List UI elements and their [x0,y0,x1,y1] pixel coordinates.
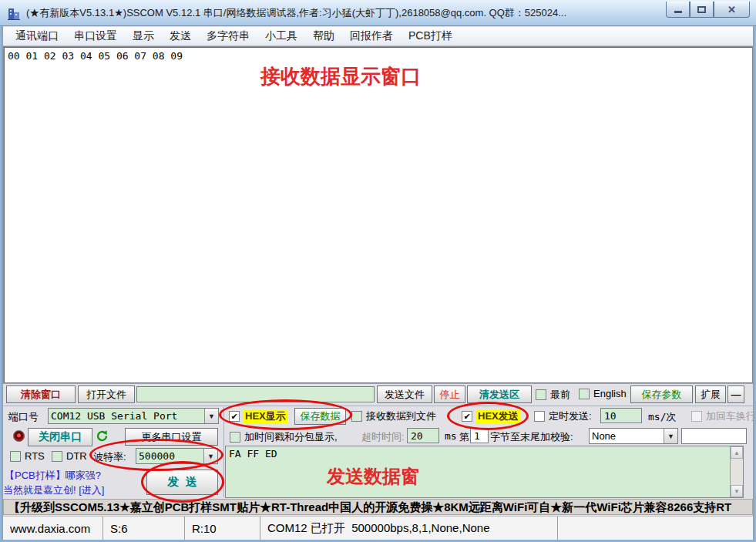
topmost-checkbox[interactable]: 最前 [536,388,570,402]
timeout-input[interactable]: 20 [407,428,439,443]
status-received-count: R:10 [185,517,260,540]
status-bar: www.daxia.com S:6 R:10 COM12 已打开 500000b… [3,516,753,540]
send-data-window[interactable]: FA FF ED ▲ ▼ [225,446,744,498]
dtr-label: DTR [66,450,87,462]
send-button[interactable]: 发 送 [146,470,218,495]
minimize-button[interactable] [666,2,690,18]
marquee-banner[interactable]: 【升级到SSCOM5.13★嘉立创PCB打样SMT贴片★RT-Thread中国人… [3,499,753,515]
receive-to-file-checkbox[interactable]: 接收数据到文件 [351,409,436,423]
open-file-button[interactable]: 打开文件 [78,385,135,403]
timed-send-checkbox[interactable]: 定时发送: [534,409,592,423]
port-select[interactable]: COM12 USB Serial Port ▼ [48,408,219,424]
timeout-unit-label: ms [445,430,457,442]
checksum-label: 字节至末尾加校验: [490,430,573,444]
english-checkbox-box [579,389,590,399]
more-serial-settings-button[interactable]: 更多串口设置 [125,428,218,446]
status-sent-count: S:6 [103,517,185,540]
clear-send-area-button[interactable]: 清发送区 [467,385,532,403]
hex-display-checkbox-box: ✔ [229,411,240,422]
pcb-ad-line1[interactable]: 【PCB打样】哪家强? [5,469,101,483]
timestamp-checkbox[interactable]: 加时间戳和分包显示, [230,430,338,444]
chevron-down-icon[interactable]: ▼ [204,409,218,423]
hex-display-checkbox[interactable]: ✔ HEX显示 [229,409,287,423]
rts-label: RTS [25,450,45,462]
receive-data-window[interactable]: 00 01 02 03 04 05 06 07 08 09 [3,46,753,383]
timed-send-checkbox-box [534,411,545,422]
timed-send-interval-input[interactable]: 10 [600,408,642,423]
chevron-down-icon[interactable]: ▼ [203,449,217,463]
hex-display-label: HEX显示 [244,409,287,423]
topmost-checkbox-box [536,389,546,400]
baud-rate-value: 500000 [136,449,203,463]
dtr-checkbox[interactable]: DTR [52,450,87,462]
status-empty-cell [558,517,753,540]
english-checkbox[interactable]: English [579,388,627,399]
port-status-led-icon [13,430,25,442]
add-crlf-checkbox[interactable]: 加回车换行 [691,409,756,423]
title-bar: (★有新版本V5.13.1★)SSCOM V5.12.1 串口/网络数据调试器,… [0,0,756,26]
pcb-ad-line2[interactable]: 当然就是嘉立创! [进入] [3,483,104,497]
refresh-ports-icon[interactable] [96,429,109,443]
menu-comm-port[interactable]: 通讯端口 [8,28,66,45]
panel-vertical-divider [223,407,224,497]
window-title: (★有新版本V5.13.1★)SSCOM V5.12.1 串口/网络数据调试器,… [26,6,666,20]
scroll-up-icon[interactable]: ▲ [731,446,743,459]
close-icon: ✕ [727,5,736,15]
timed-send-label: 定时发送: [549,409,592,423]
menu-display[interactable]: 显示 [125,28,162,45]
rts-checkbox-box [10,451,21,462]
window-frame-right [753,26,756,542]
scroll-down-icon[interactable]: ▼ [731,485,743,497]
baud-rate-select[interactable]: 500000 ▼ [136,448,218,464]
maximize-icon [697,6,706,13]
sscom-window: (★有新版本V5.13.1★)SSCOM V5.12.1 串口/网络数据调试器,… [0,0,756,542]
add-crlf-label: 加回车换行 [706,409,756,423]
window-frame-left [0,26,3,542]
receive-to-file-checkbox-box [351,411,362,422]
send-file-button[interactable]: 发送文件 [377,385,432,403]
rts-checkbox[interactable]: RTS [10,450,45,462]
menu-multi-string[interactable]: 多字符串 [199,28,257,45]
byte-prefix-label: 第 [459,430,469,444]
timestamp-checkbox-box [230,432,240,443]
checksum-extra-input[interactable] [681,428,747,444]
checksum-byte-input[interactable]: 1 [470,428,489,443]
topmost-label: 最前 [550,388,570,402]
extend-button[interactable]: 扩展 [695,385,726,403]
minimize-icon [674,11,682,13]
menu-feedback[interactable]: 回报作者 [342,28,401,45]
hex-send-checkbox[interactable]: ✔ HEX发送 [462,409,520,423]
english-label: English [593,388,627,399]
close-button[interactable]: ✕ [714,2,750,18]
clear-window-button[interactable]: 清除窗口 [6,385,76,403]
status-port-state: COM12 已打开 500000bps,8,1,None,None [260,517,558,540]
receive-to-file-label: 接收数据到文件 [366,409,436,423]
send-area-scrollbar[interactable]: ▲ ▼ [730,446,743,497]
maximize-button[interactable] [690,2,714,18]
timeout-label: 超时时间: [361,430,405,444]
timestamp-label: 加时间戳和分包显示, [244,430,338,444]
collapse-button[interactable]: — [727,385,744,403]
menu-pcb[interactable]: PCB打样 [401,28,460,45]
panel-separator [3,406,753,406]
app-icon [6,5,22,21]
stop-button[interactable]: 停止 [434,385,465,403]
timed-send-unit-label: ms/次 [648,410,676,424]
save-data-button[interactable]: 保存数据 [294,408,346,425]
hex-send-checkbox-box: ✔ [462,411,472,422]
save-params-button[interactable]: 保存参数 [630,385,693,403]
status-website: www.daxia.com [3,517,103,540]
checksum-select[interactable]: None ▼ [589,428,678,444]
menu-tools[interactable]: 小工具 [257,28,305,45]
menu-serial-settings[interactable]: 串口设置 [66,28,125,45]
port-select-value: COM12 USB Serial Port [49,409,204,423]
port-label: 端口号 [8,410,39,424]
menu-send[interactable]: 发送 [162,28,199,45]
checksum-select-value: None [590,429,664,443]
hex-send-label: HEX发送 [476,409,520,423]
received-hex-data: 00 01 02 03 04 05 06 07 08 09 [8,50,183,62]
close-port-button[interactable]: 关闭串口 [28,428,92,446]
file-path-input[interactable] [136,386,375,402]
menu-help[interactable]: 帮助 [305,28,342,45]
chevron-down-icon[interactable]: ▼ [664,429,677,443]
